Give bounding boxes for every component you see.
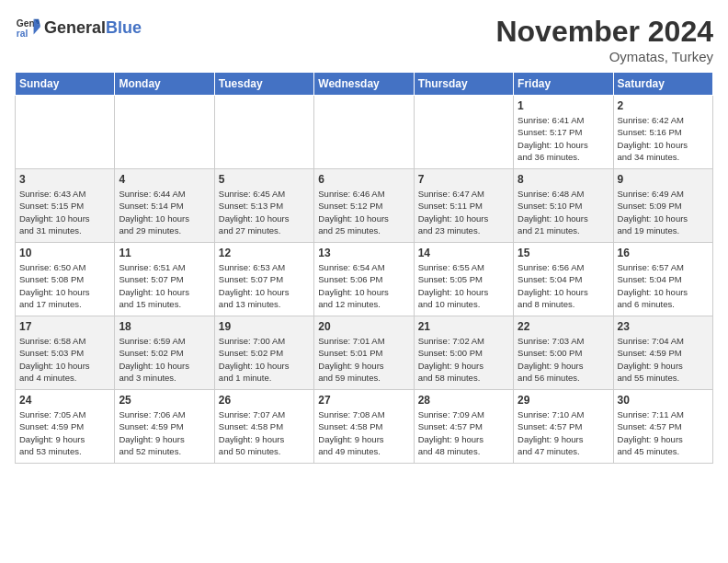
calendar-cell: 19Sunrise: 7:00 AM Sunset: 5:02 PM Dayli… [214,316,313,390]
day-number: 16 [618,247,709,259]
day-number: 4 [119,173,210,186]
calendar-cell: 1Sunrise: 6:41 AM Sunset: 5:17 PM Daylig… [514,96,613,169]
calendar-cell: 22Sunrise: 7:03 AM Sunset: 5:00 PM Dayli… [514,316,613,390]
day-number: 30 [618,394,709,407]
weekday-header-row: SundayMondayTuesdayWednesdayThursdayFrid… [16,73,713,96]
day-info: Sunrise: 6:58 AM Sunset: 5:03 PM Dayligh… [19,335,110,384]
calendar-cell [314,96,414,169]
day-number: 9 [618,173,709,186]
day-info: Sunrise: 7:00 AM Sunset: 5:02 PM Dayligh… [219,335,310,384]
weekday-header-thursday: Thursday [414,73,513,96]
day-info: Sunrise: 7:01 AM Sunset: 5:01 PM Dayligh… [318,335,409,384]
day-info: Sunrise: 6:46 AM Sunset: 5:12 PM Dayligh… [318,188,409,236]
weekday-header-wednesday: Wednesday [314,73,414,96]
day-number: 18 [119,320,210,333]
calendar-cell: 9Sunrise: 6:49 AM Sunset: 5:09 PM Daylig… [613,169,712,243]
page-header: Gene ral GeneralBlue November 2024 Oymat… [15,15,713,64]
calendar-table: SundayMondayTuesdayWednesdayThursdayFrid… [15,72,713,464]
calendar-cell: 8Sunrise: 6:48 AM Sunset: 5:10 PM Daylig… [514,169,613,243]
calendar-cell: 25Sunrise: 7:06 AM Sunset: 4:59 PM Dayli… [115,390,214,464]
day-number: 19 [219,320,310,333]
day-number: 12 [219,247,310,259]
day-info: Sunrise: 6:48 AM Sunset: 5:10 PM Dayligh… [518,188,609,236]
title-area: November 2024 Oymatas, Turkey [495,15,713,64]
day-info: Sunrise: 7:04 AM Sunset: 4:59 PM Dayligh… [618,335,709,384]
calendar-cell: 13Sunrise: 6:54 AM Sunset: 5:06 PM Dayli… [314,243,414,316]
logo-blue-text: Blue [106,18,142,37]
calendar-cell: 29Sunrise: 7:10 AM Sunset: 4:57 PM Dayli… [514,390,613,464]
day-info: Sunrise: 6:45 AM Sunset: 5:13 PM Dayligh… [219,188,310,236]
calendar-cell: 30Sunrise: 7:11 AM Sunset: 4:57 PM Dayli… [613,390,712,464]
day-number: 10 [19,247,110,259]
day-info: Sunrise: 6:56 AM Sunset: 5:04 PM Dayligh… [518,261,609,310]
calendar-cell: 17Sunrise: 6:58 AM Sunset: 5:03 PM Dayli… [16,316,115,390]
day-info: Sunrise: 6:59 AM Sunset: 5:02 PM Dayligh… [119,335,210,384]
day-info: Sunrise: 7:09 AM Sunset: 4:57 PM Dayligh… [418,408,509,457]
weekday-header-tuesday: Tuesday [214,73,313,96]
calendar-week-row: 24Sunrise: 7:05 AM Sunset: 4:59 PM Dayli… [16,390,713,464]
day-number: 26 [219,394,310,407]
day-info: Sunrise: 6:47 AM Sunset: 5:11 PM Dayligh… [418,188,509,236]
calendar-cell: 21Sunrise: 7:02 AM Sunset: 5:00 PM Dayli… [414,316,513,390]
day-info: Sunrise: 7:08 AM Sunset: 4:58 PM Dayligh… [318,408,409,457]
logo-icon: Gene ral [15,15,40,40]
calendar-cell: 4Sunrise: 6:44 AM Sunset: 5:14 PM Daylig… [115,169,214,243]
calendar-cell [16,96,115,169]
calendar-cell: 5Sunrise: 6:45 AM Sunset: 5:13 PM Daylig… [214,169,313,243]
calendar-cell: 3Sunrise: 6:43 AM Sunset: 5:15 PM Daylig… [16,169,115,243]
day-info: Sunrise: 6:57 AM Sunset: 5:04 PM Dayligh… [618,261,709,310]
day-number: 7 [418,173,509,186]
day-number: 1 [518,99,609,112]
day-number: 22 [518,320,609,333]
calendar-cell: 11Sunrise: 6:51 AM Sunset: 5:07 PM Dayli… [115,243,214,316]
day-info: Sunrise: 7:10 AM Sunset: 4:57 PM Dayligh… [518,408,609,457]
calendar-cell: 2Sunrise: 6:42 AM Sunset: 5:16 PM Daylig… [613,96,712,169]
day-number: 23 [618,320,709,333]
day-info: Sunrise: 7:03 AM Sunset: 5:00 PM Dayligh… [518,335,609,384]
day-number: 6 [318,173,409,186]
calendar-cell [414,96,513,169]
calendar-cell: 12Sunrise: 6:53 AM Sunset: 5:07 PM Dayli… [214,243,313,316]
day-info: Sunrise: 6:50 AM Sunset: 5:08 PM Dayligh… [19,261,110,310]
day-info: Sunrise: 6:55 AM Sunset: 5:05 PM Dayligh… [418,261,509,310]
day-number: 5 [219,173,310,186]
calendar-week-row: 10Sunrise: 6:50 AM Sunset: 5:08 PM Dayli… [16,243,713,316]
day-info: Sunrise: 7:07 AM Sunset: 4:58 PM Dayligh… [219,408,310,457]
calendar-cell: 10Sunrise: 6:50 AM Sunset: 5:08 PM Dayli… [16,243,115,316]
calendar-cell: 6Sunrise: 6:46 AM Sunset: 5:12 PM Daylig… [314,169,414,243]
calendar-cell: 24Sunrise: 7:05 AM Sunset: 4:59 PM Dayli… [16,390,115,464]
day-number: 13 [318,247,409,259]
svg-text:ral: ral [17,29,28,39]
day-info: Sunrise: 6:43 AM Sunset: 5:15 PM Dayligh… [19,188,110,236]
day-number: 11 [119,247,210,259]
calendar-cell: 14Sunrise: 6:55 AM Sunset: 5:05 PM Dayli… [414,243,513,316]
calendar-header: SundayMondayTuesdayWednesdayThursdayFrid… [16,73,713,96]
day-number: 8 [518,173,609,186]
day-info: Sunrise: 6:42 AM Sunset: 5:16 PM Dayligh… [618,114,709,163]
calendar-cell: 20Sunrise: 7:01 AM Sunset: 5:01 PM Dayli… [314,316,414,390]
day-number: 2 [618,99,709,112]
calendar-week-row: 3Sunrise: 6:43 AM Sunset: 5:15 PM Daylig… [16,169,713,243]
day-number: 17 [19,320,110,333]
day-info: Sunrise: 6:53 AM Sunset: 5:07 PM Dayligh… [219,261,310,310]
day-info: Sunrise: 7:05 AM Sunset: 4:59 PM Dayligh… [19,408,110,457]
calendar-cell: 15Sunrise: 6:56 AM Sunset: 5:04 PM Dayli… [514,243,613,316]
location-subtitle: Oymatas, Turkey [495,49,713,64]
calendar-body: 1Sunrise: 6:41 AM Sunset: 5:17 PM Daylig… [16,96,713,464]
logo-general-text: General [44,18,106,37]
weekday-header-saturday: Saturday [613,73,712,96]
weekday-header-monday: Monday [115,73,214,96]
calendar-cell [214,96,313,169]
day-number: 24 [19,394,110,407]
weekday-header-sunday: Sunday [16,73,115,96]
day-number: 14 [418,247,509,259]
calendar-cell: 27Sunrise: 7:08 AM Sunset: 4:58 PM Dayli… [314,390,414,464]
day-info: Sunrise: 6:44 AM Sunset: 5:14 PM Dayligh… [119,188,210,236]
calendar-cell [115,96,214,169]
day-number: 3 [19,173,110,186]
calendar-cell: 23Sunrise: 7:04 AM Sunset: 4:59 PM Dayli… [613,316,712,390]
calendar-week-row: 1Sunrise: 6:41 AM Sunset: 5:17 PM Daylig… [16,96,713,169]
day-number: 21 [418,320,509,333]
day-info: Sunrise: 7:02 AM Sunset: 5:00 PM Dayligh… [418,335,509,384]
calendar-week-row: 17Sunrise: 6:58 AM Sunset: 5:03 PM Dayli… [16,316,713,390]
